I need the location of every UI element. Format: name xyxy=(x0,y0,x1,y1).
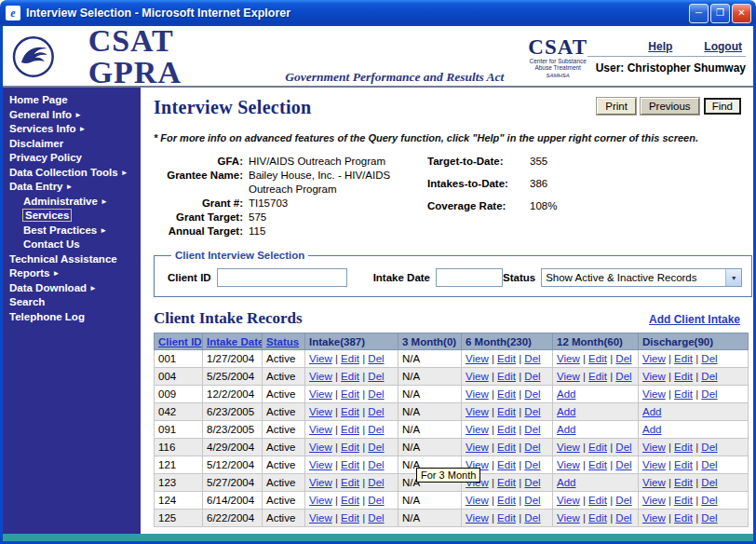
view-link[interactable]: View xyxy=(557,512,580,524)
sidebar-item-administrative[interactable]: Administrative► xyxy=(9,195,141,210)
view-link[interactable]: View xyxy=(557,495,580,506)
column-header-intake-date[interactable]: Intake Date xyxy=(203,333,263,350)
del-link[interactable]: Del xyxy=(615,459,631,470)
del-link[interactable]: Del xyxy=(615,495,631,506)
add-link[interactable]: Add xyxy=(557,388,575,400)
del-link[interactable]: Del xyxy=(615,512,631,524)
edit-link[interactable]: Edit xyxy=(341,495,359,506)
add-link[interactable]: Add xyxy=(557,424,575,435)
sidebar-item-search[interactable]: Search xyxy=(9,295,141,310)
del-link[interactable]: Del xyxy=(524,406,540,417)
column-header-client-id[interactable]: Client ID xyxy=(155,333,203,350)
edit-link[interactable]: Edit xyxy=(497,353,516,364)
del-link[interactable]: Del xyxy=(368,477,384,488)
edit-link[interactable]: Edit xyxy=(588,495,607,506)
view-link[interactable]: View xyxy=(309,388,332,400)
view-link[interactable]: View xyxy=(642,512,666,524)
edit-link[interactable]: Edit xyxy=(588,442,607,453)
window-titlebar[interactable]: e Interview Selection - Microsoft Intern… xyxy=(0,0,756,26)
view-link[interactable]: View xyxy=(642,495,666,506)
sort-link[interactable]: Intake Date xyxy=(207,336,263,347)
sidebar-item-best-practices[interactable]: Best Practices► xyxy=(9,224,141,238)
edit-link[interactable]: Edit xyxy=(341,424,359,435)
view-link[interactable]: View xyxy=(309,477,332,488)
sort-link[interactable]: Client ID xyxy=(158,336,202,347)
sidebar-item-reports[interactable]: Reports► xyxy=(9,266,141,281)
sidebar-item-privacy-policy[interactable]: Privacy Policy xyxy=(9,151,141,166)
edit-link[interactable]: Edit xyxy=(674,495,693,506)
del-link[interactable]: Del xyxy=(368,512,384,524)
sidebar-item-services[interactable]: Services xyxy=(9,209,141,224)
view-link[interactable]: View xyxy=(466,424,489,435)
view-link[interactable]: View xyxy=(642,371,666,382)
view-link[interactable]: View xyxy=(466,388,489,400)
view-link[interactable]: View xyxy=(557,459,580,470)
sidebar-item-disclaimer[interactable]: Disclaimer xyxy=(9,137,141,152)
view-link[interactable]: View xyxy=(642,442,666,453)
edit-link[interactable]: Edit xyxy=(588,459,607,470)
del-link[interactable]: Del xyxy=(368,388,384,400)
edit-link[interactable]: Edit xyxy=(341,512,359,524)
edit-link[interactable]: Edit xyxy=(341,459,359,470)
view-link[interactable]: View xyxy=(642,353,666,364)
del-link[interactable]: Del xyxy=(524,388,540,400)
edit-link[interactable]: Edit xyxy=(497,512,516,524)
sidebar-item-data-entry[interactable]: Data Entry► xyxy=(9,180,141,195)
sidebar-item-data-download[interactable]: Data Download► xyxy=(9,281,141,296)
del-link[interactable]: Del xyxy=(368,424,384,435)
del-link[interactable]: Del xyxy=(524,512,540,524)
edit-link[interactable]: Edit xyxy=(674,512,693,524)
del-link[interactable]: Del xyxy=(524,353,540,364)
edit-link[interactable]: Edit xyxy=(497,424,516,435)
edit-link[interactable]: Edit xyxy=(497,371,516,382)
edit-link[interactable]: Edit xyxy=(674,388,693,400)
edit-link[interactable]: Edit xyxy=(497,459,516,470)
del-link[interactable]: Del xyxy=(701,353,717,364)
del-link[interactable]: Del xyxy=(524,477,540,488)
edit-link[interactable]: Edit xyxy=(341,388,359,400)
intake-date-input[interactable] xyxy=(436,268,503,287)
del-link[interactable]: Del xyxy=(615,371,631,382)
del-link[interactable]: Del xyxy=(524,459,540,470)
maximize-button[interactable]: ❐ xyxy=(710,4,730,23)
del-link[interactable]: Del xyxy=(524,371,540,382)
del-link[interactable]: Del xyxy=(701,459,717,470)
edit-link[interactable]: Edit xyxy=(674,459,693,470)
del-link[interactable]: Del xyxy=(701,477,717,488)
edit-link[interactable]: Edit xyxy=(341,353,359,364)
view-link[interactable]: View xyxy=(557,371,580,382)
view-link[interactable]: View xyxy=(557,442,580,453)
view-link[interactable]: View xyxy=(466,512,489,524)
del-link[interactable]: Del xyxy=(701,371,717,382)
del-link[interactable]: Del xyxy=(368,442,384,453)
del-link[interactable]: Del xyxy=(524,442,540,453)
view-link[interactable]: View xyxy=(466,495,489,506)
column-header-status[interactable]: Status xyxy=(263,333,305,350)
del-link[interactable]: Del xyxy=(701,388,717,400)
sidebar-item-home-page[interactable]: Home Page xyxy=(9,93,141,108)
edit-link[interactable]: Edit xyxy=(674,442,693,453)
del-link[interactable]: Del xyxy=(701,442,717,453)
view-link[interactable]: View xyxy=(309,424,332,435)
edit-link[interactable]: Edit xyxy=(674,371,693,382)
edit-link[interactable]: Edit xyxy=(341,442,359,453)
close-button[interactable]: ✕ xyxy=(732,4,751,23)
del-link[interactable]: Del xyxy=(701,495,717,506)
del-link[interactable]: Del xyxy=(524,495,540,506)
edit-link[interactable]: Edit xyxy=(497,477,516,488)
add-link[interactable]: Add xyxy=(557,477,575,488)
del-link[interactable]: Del xyxy=(615,442,631,453)
add-client-intake-link[interactable]: Add Client Intake xyxy=(649,313,740,326)
add-link[interactable]: Add xyxy=(642,424,661,435)
view-link[interactable]: View xyxy=(309,512,332,524)
del-link[interactable]: Del xyxy=(368,371,384,382)
view-link[interactable]: View xyxy=(642,477,666,488)
add-link[interactable]: Add xyxy=(557,406,575,417)
view-link[interactable]: View xyxy=(642,459,666,470)
view-link[interactable]: View xyxy=(309,495,332,506)
del-link[interactable]: Del xyxy=(368,353,384,364)
del-link[interactable]: Del xyxy=(368,406,384,417)
view-link[interactable]: View xyxy=(642,388,666,400)
view-link[interactable]: View xyxy=(466,406,489,417)
sidebar-item-data-collection-tools[interactable]: Data Collection Tools► xyxy=(9,166,141,181)
